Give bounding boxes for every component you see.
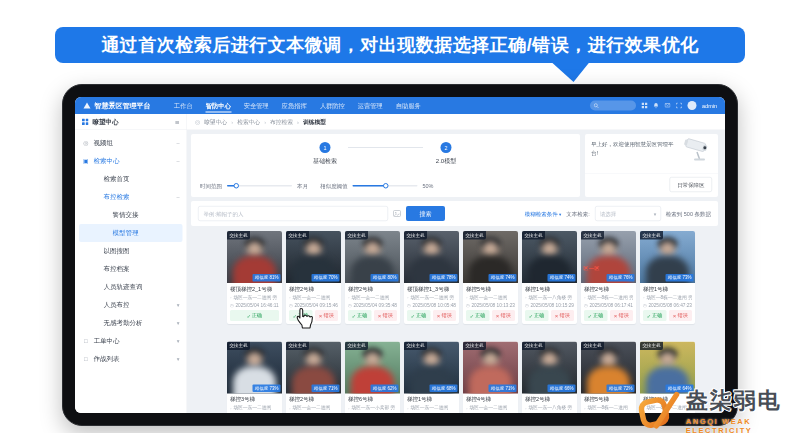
capture-location: 场区—东—二道闸 旁: [407, 294, 456, 301]
sidebar-item[interactable]: 布控档案: [75, 260, 187, 278]
notification-bell-icon[interactable]: [653, 103, 659, 109]
camera-badge: 交接主机: [227, 231, 250, 240]
error-button[interactable]: 错误: [669, 310, 692, 321]
capture-image[interactable]: 交接主机 相似度 71%: [286, 342, 341, 394]
error-button[interactable]: 错误: [610, 310, 633, 321]
image-search-icon[interactable]: [393, 210, 401, 217]
capture-image[interactable]: 交接主机 区—区 相似度 76%: [581, 231, 636, 283]
logo-mountain-icon: [83, 102, 91, 109]
error-button[interactable]: 错误: [433, 310, 456, 321]
capture-image[interactable]: 交接主机 相似度 68%: [404, 342, 459, 394]
modules-grid-icon: [82, 119, 89, 126]
sidebar-item[interactable]: 检索首页: [75, 170, 187, 188]
result-card: 交接主机 相似度 74% 梯控1号梯 场区—东—八角楼 旁 2025/05/08…: [522, 231, 577, 324]
correct-button[interactable]: 正确: [584, 310, 607, 321]
result-card: 交接主机 相似度 80% 梯控2号梯 场区—会—二道闸 2025/05/04 0…: [345, 231, 400, 324]
error-button[interactable]: 错误: [492, 310, 515, 321]
sidebar-item[interactable]: □ 作战列表 ▾: [75, 350, 187, 368]
fuzzy-search-link[interactable]: 模糊检索条件: [525, 210, 562, 218]
sidebar-item[interactable]: ◎ 视频组 –: [75, 134, 187, 152]
breadcrumb-item[interactable]: 布控检索: [264, 118, 293, 126]
sidebar-item[interactable]: 模型管理: [79, 224, 183, 242]
similarity-badge: 相似度 78%: [430, 274, 458, 282]
sidebar-item[interactable]: 无感考勤分析 ▾: [75, 314, 187, 332]
result-card: 交接主机 相似度 71% 梯控4号梯 场区—会—二道闸 2025/05/08 0…: [463, 342, 518, 414]
sidebar-item-label: 以图搜图: [104, 247, 176, 256]
sidebar-item[interactable]: 以图搜图: [75, 242, 187, 260]
correct-button[interactable]: 正确: [525, 310, 548, 321]
sidebar-item[interactable]: □ 工单中心 ▾: [75, 332, 187, 350]
text-search-label: 文本检索:: [566, 210, 590, 218]
breadcrumb-item[interactable]: 训练模型: [297, 118, 326, 126]
sidebar-item[interactable]: 人员轨迹查询: [75, 278, 187, 296]
grid-apps-icon[interactable]: [642, 103, 648, 109]
brand-subtitle: ANGQI WEAK ELECTRICITY: [686, 417, 800, 433]
correct-button[interactable]: 正确: [348, 310, 371, 321]
similarity-badge: 相似度 80%: [371, 274, 399, 282]
capture-time: 2025/05/08 10:13:23: [466, 302, 515, 308]
slider-handle[interactable]: [234, 183, 240, 189]
chevron-down-icon: ▾: [177, 356, 180, 363]
error-button[interactable]: 错误: [315, 310, 338, 321]
breadcrumb-bar: 瞭望中心 瞭望中心检索中心布控检索训练模型: [75, 114, 725, 130]
fullscreen-icon[interactable]: [676, 103, 682, 109]
capture-image[interactable]: 交接主机 相似度 81%: [227, 231, 282, 283]
time-range-slider[interactable]: [227, 185, 292, 187]
capture-image[interactable]: 交接主机 相似度 72%: [581, 342, 636, 394]
similarity-label: 相似度阈值: [320, 182, 348, 190]
sidebar-item[interactable]: ▣ 检索中心 –: [75, 152, 187, 170]
similarity-badge: 相似度 81%: [253, 274, 281, 282]
capture-image[interactable]: 交接主机 相似度 70%: [286, 231, 341, 283]
top-menu-item[interactable]: 工作台: [168, 97, 200, 114]
correct-button[interactable]: 正确: [643, 310, 666, 321]
top-menu-item[interactable]: 自助服务: [389, 97, 427, 114]
error-button[interactable]: 错误: [374, 310, 397, 321]
chevron-down-icon: –: [176, 140, 179, 146]
top-menu-item[interactable]: 人群防控: [313, 97, 351, 114]
slider-handle[interactable]: [383, 183, 389, 189]
breadcrumb-item[interactable]: 检索中心: [231, 118, 260, 126]
collapse-menu-icon[interactable]: [175, 117, 179, 126]
daily-guard-zone-button[interactable]: 日常保障区: [670, 177, 713, 192]
capture-image[interactable]: 交接主机 相似度 74%: [463, 231, 518, 283]
capture-image[interactable]: 交接主机 相似度 73%: [640, 231, 695, 283]
camera-name: 梯控5号梯: [466, 285, 515, 293]
top-menu: 工作台智防中心安全管理应急指挥人群防控运营管理自助服务: [168, 97, 428, 114]
similarity-badge: 相似度 73%: [253, 385, 281, 393]
capture-location: 场区—8栋—二道闸 旁: [584, 294, 633, 301]
search-button[interactable]: 搜索: [406, 206, 445, 221]
sidebar-item[interactable]: 人员布控 ▾: [75, 296, 187, 314]
capture-time: 2025/05/08 05:42:11: [230, 413, 279, 414]
sidebar-item[interactable]: 警情交接: [75, 206, 187, 224]
capture-image[interactable]: 交接主机 相似度 66%: [522, 342, 577, 394]
message-icon[interactable]: [665, 103, 671, 109]
top-menu-item[interactable]: 智防中心: [199, 97, 237, 114]
top-menu-item[interactable]: 运营管理: [351, 97, 389, 114]
error-button[interactable]: 错误: [551, 310, 574, 321]
breadcrumb-item[interactable]: 瞭望中心: [204, 118, 227, 126]
results-grid-row2: 交接主机 相似度 73% 梯控3号梯 场区—东—二道闸 2025/05/08 0…: [227, 342, 695, 414]
text-search-select[interactable]: 请选择: [595, 206, 661, 221]
correct-button[interactable]: 正确: [230, 310, 279, 321]
capture-location: 场区—会—二道闸: [289, 405, 338, 412]
correct-button[interactable]: 正确: [466, 310, 489, 321]
similarity-slider[interactable]: [353, 185, 418, 187]
capture-image[interactable]: 交接主机 相似度 74%: [522, 231, 577, 283]
correct-button[interactable]: 正确: [407, 310, 430, 321]
capture-location: 场区—会—二道闸: [289, 294, 338, 301]
top-menu-item[interactable]: 安全管理: [237, 97, 275, 114]
capture-image[interactable]: 交接主机 相似度 78%: [404, 231, 459, 283]
capture-image[interactable]: 交接主机 相似度 80%: [345, 231, 400, 283]
capture-time: 2025/05/08 04:22:08: [584, 413, 633, 414]
search-input[interactable]: [198, 206, 388, 221]
breadcrumb: 瞭望中心检索中心布控检索训练模型: [187, 118, 326, 126]
avatar[interactable]: [688, 101, 697, 110]
capture-image[interactable]: 交接主机 相似度 62%: [345, 342, 400, 394]
capture-image[interactable]: 交接主机 相似度 73%: [227, 342, 282, 394]
capture-image[interactable]: 交接主机 相似度 71%: [463, 342, 518, 394]
sidebar-item[interactable]: 布控检索 –: [75, 188, 187, 206]
username[interactable]: admin: [702, 103, 717, 109]
top-menu-item[interactable]: 应急指挥: [275, 97, 313, 114]
chevron-down-icon: –: [176, 194, 179, 200]
global-search-input[interactable]: [590, 101, 636, 111]
